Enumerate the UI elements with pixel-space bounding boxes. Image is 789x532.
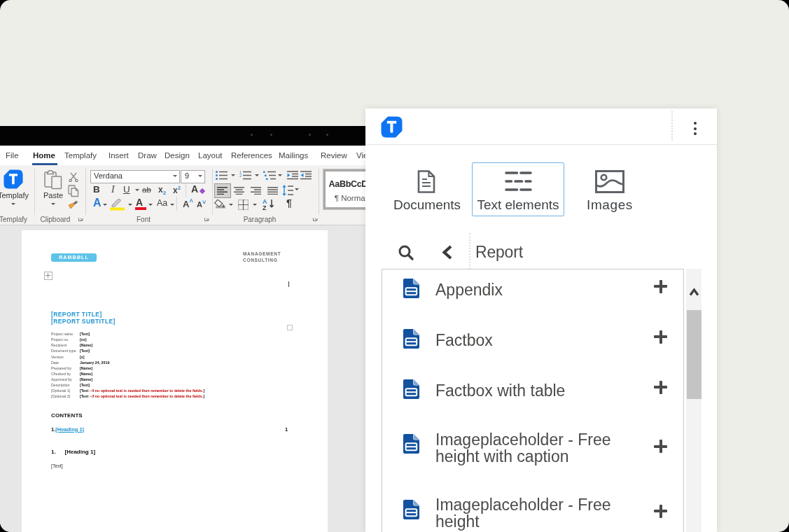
svg-text:Z: Z [263,204,267,210]
svg-text:2: 2 [239,174,242,178]
